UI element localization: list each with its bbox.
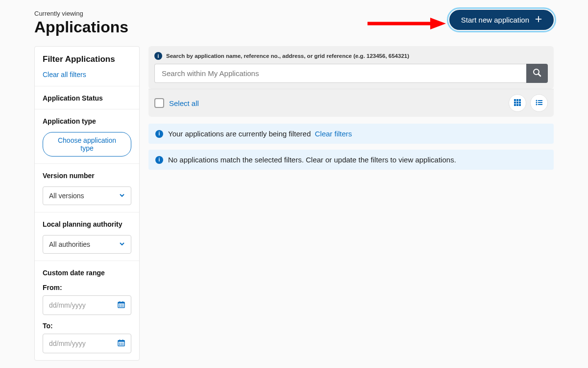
filter-title: Filter Applications (43, 54, 131, 64)
svg-rect-18 (119, 343, 120, 344)
date-to-input[interactable]: dd/mm/yyyy (43, 334, 131, 353)
filtered-text: Your applications are currently being fi… (168, 130, 311, 138)
search-hint: Search by application name, reference no… (166, 53, 409, 59)
start-button-label: Start new application (461, 16, 529, 24)
lpa-label: Local planning authority (43, 220, 131, 228)
results-toolbar: Select all (148, 89, 554, 117)
grid-view-button[interactable] (509, 94, 526, 112)
version-select[interactable]: All versions (43, 186, 131, 205)
chevron-down-icon (119, 192, 125, 200)
svg-rect-7 (122, 301, 123, 303)
svg-rect-16 (120, 340, 120, 341)
from-label: From: (43, 284, 131, 291)
svg-rect-32 (514, 104, 516, 106)
svg-rect-9 (121, 305, 122, 306)
choose-application-type-button[interactable]: Choose application type (43, 132, 131, 157)
lpa-select[interactable]: All authorities (43, 235, 131, 254)
list-icon (536, 99, 542, 107)
date-from-input[interactable]: dd/mm/yyyy (43, 295, 131, 315)
search-panel: i Search by application name, reference … (148, 46, 554, 89)
svg-point-35 (536, 100, 538, 101)
search-button[interactable] (526, 64, 548, 83)
start-new-application-button[interactable]: Start new application (449, 10, 554, 30)
svg-point-39 (536, 104, 538, 105)
calendar-icon (118, 301, 125, 310)
arrow-annotation (368, 16, 446, 33)
info-icon: i (155, 156, 163, 164)
viewing-eyebrow: Currently viewing (34, 10, 128, 17)
info-icon: i (155, 130, 163, 138)
svg-rect-3 (536, 19, 541, 20)
calendar-icon (118, 339, 125, 348)
date-range-label: Custom date range (43, 269, 131, 277)
svg-rect-21 (119, 344, 120, 345)
svg-rect-29 (514, 102, 516, 104)
search-input[interactable] (154, 64, 526, 83)
page-title: Applications (34, 18, 128, 36)
list-view-button[interactable] (530, 94, 548, 112)
svg-rect-38 (538, 102, 542, 103)
svg-rect-5 (118, 302, 124, 304)
svg-rect-30 (516, 102, 518, 104)
application-type-label: Application type (43, 117, 131, 125)
svg-rect-12 (121, 306, 122, 307)
svg-rect-13 (122, 306, 123, 307)
svg-rect-6 (120, 301, 120, 303)
chevron-down-icon (119, 240, 125, 248)
plus-icon (535, 16, 542, 24)
date-to-placeholder: dd/mm/yyyy (49, 340, 86, 347)
info-icon: i (154, 52, 162, 60)
clear-all-filters-link[interactable]: Clear all filters (43, 71, 86, 79)
grid-icon (514, 99, 521, 107)
svg-rect-23 (122, 344, 123, 345)
svg-rect-15 (118, 341, 124, 342)
svg-rect-8 (119, 305, 120, 306)
svg-rect-11 (119, 306, 120, 307)
main-content: i Search by application name, reference … (148, 46, 554, 176)
filtered-message: i Your applications are currently being … (148, 124, 554, 144)
svg-rect-31 (519, 102, 521, 104)
svg-rect-28 (519, 99, 521, 101)
svg-rect-27 (516, 99, 518, 101)
svg-rect-36 (538, 100, 542, 101)
version-number-label: Version number (43, 172, 131, 180)
select-all-label[interactable]: Select all (169, 99, 199, 107)
empty-message: i No applications match the selected fil… (148, 150, 554, 170)
svg-rect-40 (538, 104, 542, 105)
svg-rect-10 (122, 305, 123, 306)
lpa-value: All authorities (49, 240, 90, 248)
svg-rect-26 (514, 99, 516, 101)
to-label: To: (43, 322, 131, 330)
application-status-label: Application Status (43, 94, 131, 102)
svg-rect-34 (519, 104, 521, 106)
search-icon (533, 68, 541, 79)
svg-line-25 (539, 74, 540, 76)
filter-sidebar: Filter Applications Clear all filters Ap… (34, 46, 140, 361)
svg-rect-20 (122, 343, 123, 344)
version-value: All versions (49, 192, 84, 200)
empty-text: No applications match the selected filte… (168, 156, 456, 164)
svg-point-37 (536, 102, 538, 103)
svg-rect-19 (121, 343, 122, 344)
clear-filters-link[interactable]: Clear filters (315, 130, 352, 138)
date-from-placeholder: dd/mm/yyyy (49, 301, 86, 309)
select-all-checkbox[interactable] (154, 98, 164, 108)
svg-marker-1 (430, 18, 446, 29)
svg-rect-17 (122, 340, 123, 341)
svg-rect-22 (121, 344, 122, 345)
svg-rect-33 (516, 104, 518, 106)
